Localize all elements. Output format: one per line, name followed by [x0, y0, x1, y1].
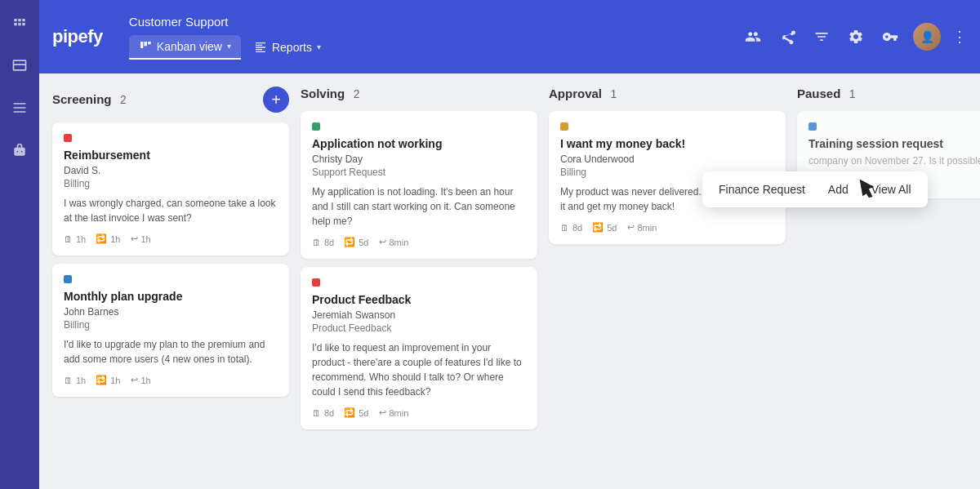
clock-icon: 🗓 — [560, 223, 569, 233]
card-meta-time1: 🗓 1h — [64, 376, 86, 385]
card-meta-time2: 🔁 1h — [96, 375, 120, 385]
card-meta-time1: 🗓 1h — [64, 234, 86, 244]
card-color-dot — [64, 134, 72, 142]
card-desc: I'd like to request an improvement in yo… — [312, 340, 526, 399]
column-solving-title-group: Solving 2 — [301, 87, 359, 101]
card-title: Training session request — [808, 137, 980, 150]
card-reimbursement[interactable]: Reimbursement David S. Billing I was wro… — [52, 122, 289, 256]
reports-icon — [254, 41, 267, 54]
card-color-dot — [64, 275, 72, 283]
card-title: Reimbursement — [64, 149, 278, 162]
kanban-icon — [139, 40, 152, 53]
column-paused-title-group: Paused 1 — [797, 87, 856, 101]
reply-icon: ↩ — [379, 237, 386, 247]
card-meta-time2: 🔁 1h — [96, 233, 120, 244]
people-icon[interactable] — [742, 25, 764, 48]
card-meta-time3: ↩ 8min — [379, 407, 409, 418]
logo: pipefy — [52, 26, 103, 47]
card-product-feedback[interactable]: Product Feedback Jeremiah Swanson Produc… — [301, 267, 537, 429]
card-meta-time2: 🔁 5d — [592, 222, 617, 233]
card-desc: My application is not loading. It's been… — [312, 184, 526, 229]
card-tag: Product Feedback — [312, 322, 526, 334]
dropdown-view-all[interactable]: View All — [866, 180, 916, 199]
card-color-dot — [312, 278, 320, 287]
card-meta-time3: ↩ 1h — [131, 375, 151, 385]
card-author: Christy Day — [312, 153, 526, 165]
tab-kanban-label: Kanban view — [157, 40, 222, 53]
avatar-image: 👤 — [913, 23, 941, 51]
card-title: I want my money back! — [560, 137, 774, 150]
filter-icon[interactable] — [810, 25, 833, 48]
sidebar — [0, 0, 39, 489]
key-icon[interactable] — [879, 25, 902, 48]
card-color-dot — [808, 122, 817, 131]
card-meta: 🗓 8d 🔁 5d ↩ 8min — [560, 222, 774, 233]
card-desc: I was wrongly charged, can someone take … — [64, 196, 278, 225]
column-screening-header: Screening 2 + — [52, 87, 289, 113]
card-meta: 🗓 8d 🔁 5d ↩ 8min — [312, 407, 526, 418]
column-screening-title: Screening 2 — [52, 92, 127, 107]
card-app-not-working[interactable]: Application not working Christy Day Supp… — [301, 111, 537, 259]
chevron-down-icon: ▾ — [227, 42, 231, 51]
reply-icon: ↩ — [627, 222, 635, 233]
chevron-down-icon-reports: ▾ — [317, 42, 321, 51]
column-solving-header: Solving 2 — [301, 87, 537, 101]
column-approval: Approval 1 I want my money back! Cora Un… — [549, 87, 786, 476]
card-author: Cora Underwood — [560, 153, 774, 165]
card-desc: company on November 27. Is it possible? — [808, 153, 980, 168]
card-meta: 🗓 1h 🔁 1h ↩ 1h — [64, 375, 278, 385]
reply-icon: ↩ — [131, 375, 138, 385]
refresh-icon: 🔁 — [344, 237, 355, 247]
card-tag: Billing — [64, 178, 278, 189]
card-meta-time1: 🗓 8d — [560, 223, 582, 233]
card-title: Product Feedback — [312, 293, 526, 306]
avatar[interactable]: 👤 — [913, 23, 941, 51]
header: pipefy Customer Support Kanban view ▾ Re… — [39, 0, 980, 73]
dropdown-add[interactable]: Add — [823, 180, 853, 199]
share-icon[interactable] — [776, 25, 799, 48]
sidebar-icon-home[interactable] — [7, 10, 33, 36]
card-tag: Billing — [64, 319, 278, 331]
tab-kanban[interactable]: Kanban view ▾ — [129, 35, 241, 60]
tab-reports-label: Reports — [272, 41, 312, 54]
dropdown-popup: Finance Request Add View All — [702, 171, 928, 207]
tab-reports[interactable]: Reports ▾ — [244, 36, 331, 59]
column-paused-header: Paused 1 — [797, 87, 980, 101]
card-meta: 🗓 8d 🔁 5d ↩ 8min — [312, 237, 526, 247]
card-meta: 🗓 1h 🔁 1h ↩ 1h — [64, 233, 278, 244]
card-monthly-plan[interactable]: Monthly plan upgrade John Barnes Billing… — [52, 264, 289, 397]
card-meta-time1: 🗓 8d — [312, 238, 334, 247]
settings-icon[interactable] — [844, 25, 867, 48]
clock-icon: 🗓 — [64, 234, 73, 244]
refresh-icon: 🔁 — [96, 375, 107, 385]
header-actions: 👤 ⋮ — [742, 23, 967, 51]
card-title: Monthly plan upgrade — [64, 290, 278, 303]
card-color-dot — [312, 122, 320, 131]
add-card-screening-button[interactable]: + — [263, 87, 289, 113]
refresh-icon: 🔁 — [344, 407, 355, 418]
sidebar-icon-bot[interactable] — [7, 137, 33, 163]
column-solving-cards: Application not working Christy Day Supp… — [301, 111, 537, 429]
sidebar-icon-list[interactable] — [7, 95, 33, 121]
kanban-board: Screening 2 + Reimbursement David S. Bil… — [39, 73, 980, 489]
reply-icon: ↩ — [379, 407, 386, 418]
dropdown-finance-request[interactable]: Finance Request — [714, 180, 810, 199]
card-desc: I'd like to upgrade my plan to the premi… — [64, 337, 278, 367]
card-meta-time2: 🔁 5d — [344, 237, 368, 247]
card-tag: Support Request — [312, 167, 526, 178]
refresh-icon: 🔁 — [96, 233, 107, 244]
card-title: Application not working — [312, 137, 526, 150]
card-meta-time3: ↩ 1h — [131, 233, 151, 244]
sidebar-icon-inbox[interactable] — [7, 52, 33, 78]
card-meta-time3: ↩ 8min — [627, 222, 657, 233]
clock-icon: 🗓 — [312, 408, 321, 418]
header-title: Customer Support — [129, 15, 742, 29]
column-approval-title-group: Approval 1 — [549, 87, 617, 101]
reply-icon: ↩ — [131, 233, 138, 244]
header-tabs: Kanban view ▾ Reports ▾ — [129, 35, 742, 60]
more-options-icon[interactable]: ⋮ — [952, 28, 967, 46]
column-screening-cards: Reimbursement David S. Billing I was wro… — [52, 122, 289, 397]
card-meta-time2: 🔁 5d — [344, 407, 368, 418]
card-color-dot — [560, 122, 568, 131]
clock-icon: 🗓 — [64, 376, 73, 385]
